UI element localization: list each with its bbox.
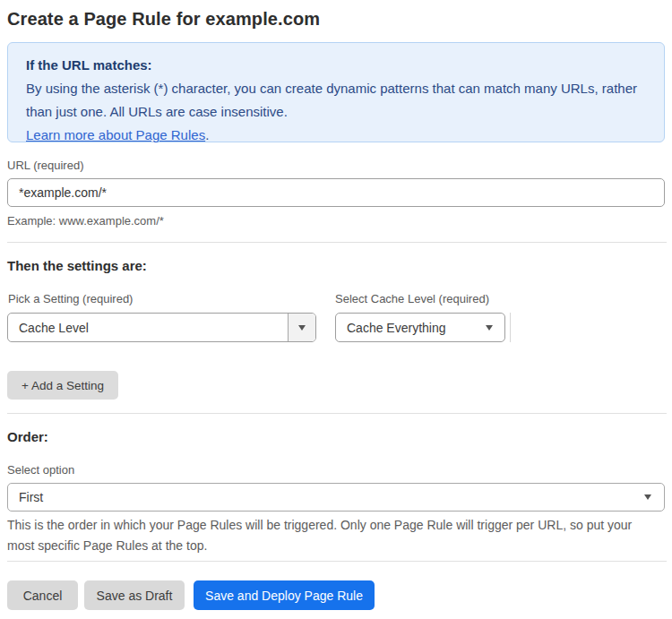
pick-setting-label: Pick a Setting (required) (8, 292, 133, 305)
divider (7, 561, 667, 562)
url-example-helper: Example: www.example.com/* (7, 214, 164, 228)
order-select-value: First (8, 490, 43, 504)
settings-section-heading: Then the settings are: (7, 258, 147, 273)
cache-select-value: Cache Everything (336, 321, 446, 335)
add-setting-button[interactable]: + Add a Setting (7, 371, 118, 400)
url-field-label: URL (required) (7, 159, 84, 172)
order-helper-text: This is the order in which your Page Rul… (7, 515, 656, 556)
divider (7, 242, 667, 243)
setting-row-divider (510, 313, 511, 342)
setting-select[interactable]: Cache Level (7, 313, 316, 342)
link-period: . (205, 127, 209, 142)
url-input[interactable] (7, 178, 665, 207)
page-title: Create a Page Rule for example.com (7, 9, 320, 30)
url-matches-info-banner: If the URL matches: By using the asteris… (7, 42, 665, 142)
order-select[interactable]: First (7, 483, 665, 512)
save-draft-button[interactable]: Save as Draft (84, 580, 185, 610)
chevron-down-icon (644, 494, 651, 500)
cache-level-select[interactable]: Cache Everything (335, 313, 505, 342)
setting-select-value: Cache Level (8, 321, 288, 335)
info-banner-body: By using the asterisk (*) character, you… (26, 77, 646, 124)
learn-more-link[interactable]: Learn more about Page Rules (26, 127, 205, 142)
chevron-down-icon (486, 325, 493, 331)
divider (7, 413, 667, 414)
chevron-down-icon[interactable] (288, 314, 315, 341)
save-deploy-button[interactable]: Save and Deploy Page Rule (194, 580, 375, 610)
cancel-button[interactable]: Cancel (7, 580, 78, 610)
order-select-label: Select option (7, 463, 74, 477)
order-section-heading: Order: (7, 429, 48, 444)
cache-level-label: Select Cache Level (required) (335, 292, 489, 305)
info-banner-heading: If the URL matches: (26, 54, 646, 77)
